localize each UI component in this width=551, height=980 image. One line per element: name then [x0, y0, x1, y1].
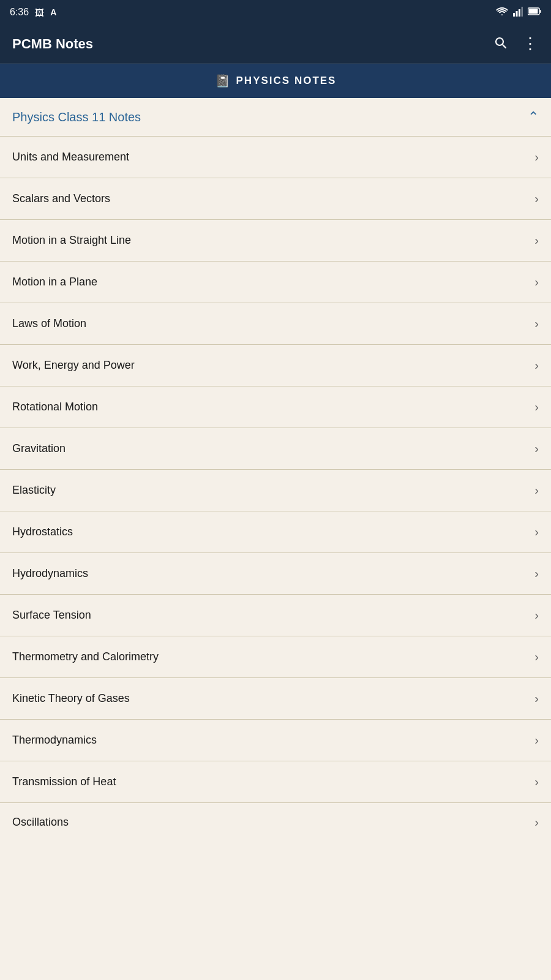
topic-label: Transmission of Heat [12, 775, 116, 788]
topic-label: Rotational Motion [12, 401, 98, 413]
chevron-right-icon: › [534, 275, 539, 289]
status-left: 6:36 🖼 A [10, 7, 56, 18]
search-icon[interactable] [493, 35, 508, 53]
list-item[interactable]: Scalars and Vectors › [0, 178, 551, 220]
section-emoji: 📓 [215, 74, 230, 88]
list-item[interactable]: Kinetic Theory of Gases › [0, 678, 551, 720]
section-header-text: PHYSICS NOTES [236, 75, 337, 87]
chevron-right-icon: › [534, 775, 539, 789]
topic-label: Scalars and Vectors [12, 192, 110, 205]
list-item[interactable]: Laws of Motion › [0, 303, 551, 345]
topic-label: Motion in a Straight Line [12, 234, 131, 247]
list-item[interactable]: Motion in a Plane › [0, 262, 551, 303]
chevron-right-icon: › [534, 815, 539, 829]
list-item[interactable]: Motion in a Straight Line › [0, 220, 551, 262]
topic-label: Laws of Motion [12, 317, 86, 330]
chevron-right-icon: › [534, 567, 539, 581]
topic-label: Hydrostatics [12, 526, 73, 538]
list-item-partial[interactable]: Oscillations › [0, 803, 551, 842]
list-item[interactable]: Units and Measurement › [0, 137, 551, 178]
chevron-right-icon: › [534, 608, 539, 622]
list-item[interactable]: Work, Energy and Power › [0, 345, 551, 386]
status-time: 6:36 [10, 7, 29, 18]
topic-label: Oscillations [12, 816, 69, 829]
topic-label: Units and Measurement [12, 151, 129, 164]
signal-icon [513, 7, 523, 18]
list-item[interactable]: Elasticity › [0, 470, 551, 511]
topic-label: Kinetic Theory of Gases [12, 692, 130, 705]
list-item[interactable]: Surface Tension › [0, 595, 551, 636]
list-item[interactable]: Thermodynamics › [0, 720, 551, 761]
section-header: 📓 PHYSICS NOTES [0, 64, 551, 98]
status-bar: 6:36 🖼 A [0, 0, 551, 24]
list-item[interactable]: Rotational Motion › [0, 386, 551, 428]
chevron-right-icon: › [534, 358, 539, 372]
chevron-right-icon: › [534, 233, 539, 247]
topic-label: Gravitation [12, 442, 66, 455]
svg-rect-0 [513, 13, 515, 17]
topic-label: Surface Tension [12, 609, 91, 622]
topic-label: Motion in a Plane [12, 276, 97, 288]
topic-label: Elasticity [12, 484, 56, 497]
list-item[interactable]: Thermometry and Calorimetry › [0, 636, 551, 678]
chevron-right-icon: › [534, 192, 539, 206]
list-item[interactable]: Gravitation › [0, 428, 551, 470]
list-item[interactable]: Hydrostatics › [0, 511, 551, 553]
category-header[interactable]: Physics Class 11 Notes ⌃ [0, 98, 551, 137]
chevron-right-icon: › [534, 442, 539, 456]
svg-rect-6 [529, 9, 538, 14]
chevron-right-icon: › [534, 650, 539, 664]
chevron-right-icon: › [534, 400, 539, 414]
svg-rect-3 [522, 7, 523, 17]
topics-list: Units and Measurement › Scalars and Vect… [0, 137, 551, 842]
chevron-right-icon: › [534, 525, 539, 539]
battery-icon [528, 7, 541, 17]
wifi-icon [496, 7, 508, 18]
app-title: PCMB Notes [12, 36, 93, 52]
photo-icon: 🖼 [35, 7, 44, 18]
app-bar: PCMB Notes ⋮ [0, 24, 551, 64]
topic-label: Thermodynamics [12, 734, 97, 747]
chevron-right-icon: › [534, 483, 539, 497]
chevron-right-icon: › [534, 692, 539, 706]
chevron-right-icon: › [534, 150, 539, 164]
a-icon: A [50, 7, 56, 17]
category-title: Physics Class 11 Notes [12, 110, 141, 124]
topic-label: Thermometry and Calorimetry [12, 650, 159, 663]
app-bar-actions: ⋮ [493, 34, 539, 53]
list-item[interactable]: Transmission of Heat › [0, 761, 551, 803]
topic-label: Hydrodynamics [12, 567, 88, 580]
svg-rect-1 [516, 11, 518, 17]
chevron-right-icon: › [534, 317, 539, 331]
svg-rect-2 [519, 9, 520, 17]
more-options-icon[interactable]: ⋮ [522, 34, 539, 53]
chevron-right-icon: › [534, 733, 539, 747]
category-chevron-icon: ⌃ [528, 109, 539, 125]
status-right [496, 7, 541, 18]
list-item[interactable]: Hydrodynamics › [0, 553, 551, 595]
topic-label: Work, Energy and Power [12, 359, 135, 372]
svg-rect-5 [540, 10, 541, 13]
